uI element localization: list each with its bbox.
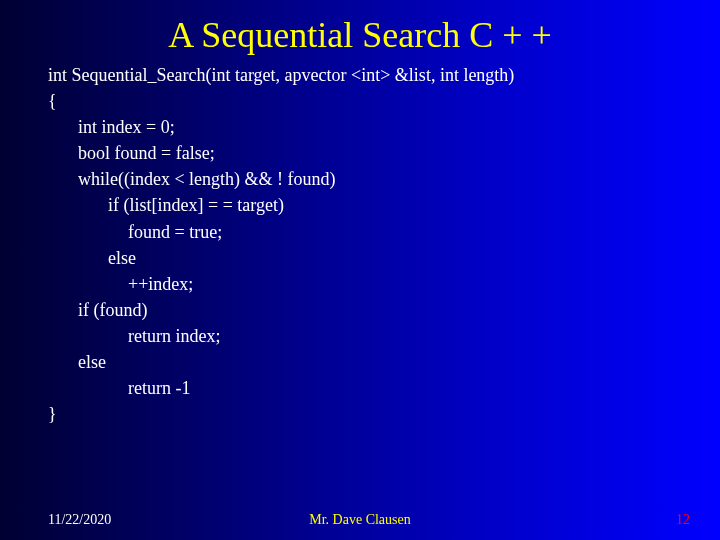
code-line: bool found = false; [48, 140, 690, 166]
code-line: if (found) [48, 297, 690, 323]
footer-author: Mr. Dave Clausen [0, 512, 720, 528]
code-line: ++index; [48, 271, 690, 297]
code-line: int index = 0; [48, 114, 690, 140]
code-line: found = true; [48, 219, 690, 245]
code-line: while((index < length) && ! found) [48, 166, 690, 192]
code-line: return -1 [48, 375, 690, 401]
code-block: int Sequential_Search(int target, apvect… [0, 62, 720, 427]
code-line: int Sequential_Search(int target, apvect… [48, 62, 690, 88]
slide: A Sequential Search C + + int Sequential… [0, 0, 720, 540]
slide-title: A Sequential Search C + + [0, 0, 720, 62]
code-line: return index; [48, 323, 690, 349]
code-line: { [48, 88, 690, 114]
footer-page-number: 12 [676, 512, 690, 528]
code-line: if (list[index] = = target) [48, 192, 690, 218]
code-line: else [48, 349, 690, 375]
code-line: else [48, 245, 690, 271]
code-line: } [48, 401, 690, 427]
